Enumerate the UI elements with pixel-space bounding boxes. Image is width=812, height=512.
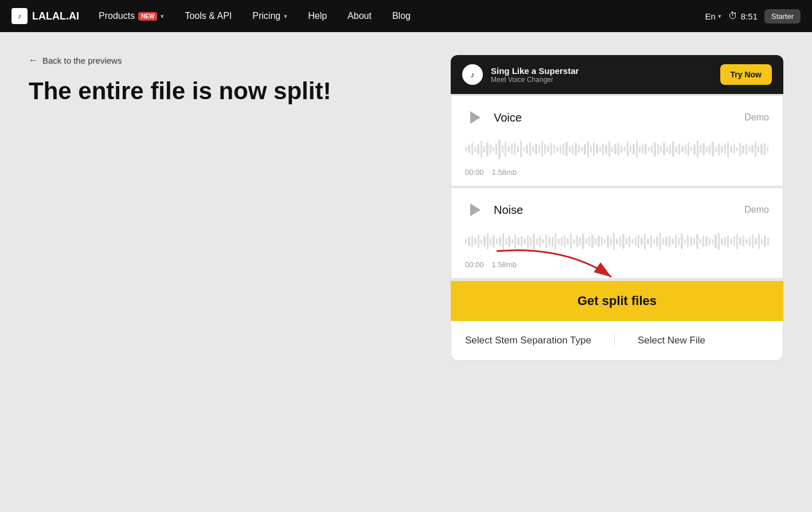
navbar: ♪ LALAL.AI Products NEW ▾ Tools & API Pr… xyxy=(0,0,812,32)
right-panel: ♪ Sing Like a Superstar Meet Voice Chang… xyxy=(451,55,783,489)
nav-starter-badge: Starter xyxy=(764,9,801,24)
voice-waveform xyxy=(465,135,769,163)
promo-text: Sing Like a Superstar Meet Voice Changer xyxy=(491,66,712,84)
voice-track-meta: 00:00 1.58mb xyxy=(465,168,769,177)
promo-subtitle: Meet Voice Changer xyxy=(491,76,712,84)
nav-logo[interactable]: ♪ LALAL.AI xyxy=(11,8,79,24)
page-title: The entire file is now split! xyxy=(29,77,428,105)
nav-label-products: Products xyxy=(99,11,135,21)
logo-text: LALAL.AI xyxy=(32,10,79,22)
actions-divider xyxy=(614,334,615,347)
nav-label-blog: Blog xyxy=(392,11,411,21)
noise-play-button[interactable] xyxy=(465,200,486,220)
chevron-down-icon-pricing: ▾ xyxy=(284,13,287,20)
lang-chevron-icon: ▾ xyxy=(718,13,721,20)
noise-track-name: Noise xyxy=(494,204,523,217)
logo-icon: ♪ xyxy=(11,8,28,24)
noise-time: 00:00 xyxy=(465,260,484,269)
select-new-file-button[interactable]: Select New File xyxy=(638,335,705,346)
get-split-container: Get split files xyxy=(451,280,783,321)
left-panel: ← Back to the previews The entire file i… xyxy=(29,55,428,489)
nav-label-about: About xyxy=(348,11,372,21)
nav-label-help: Help xyxy=(308,11,327,21)
promo-banner: ♪ Sing Like a Superstar Meet Voice Chang… xyxy=(451,55,783,94)
nav-time-value: 8:51 xyxy=(741,11,758,21)
main-content: ← Back to the previews The entire file i… xyxy=(0,32,812,512)
nav-time: ⏱ 8:51 xyxy=(728,11,758,21)
back-link-label: Back to the previews xyxy=(42,56,122,65)
nav-item-products[interactable]: Products NEW ▾ xyxy=(88,0,174,32)
voice-time: 00:00 xyxy=(465,168,484,177)
chevron-down-icon: ▾ xyxy=(161,13,164,20)
nav-label-tools: Tools & API xyxy=(185,11,232,21)
noise-track-meta: 00:00 1.58mb xyxy=(465,260,769,269)
nav-item-tools[interactable]: Tools & API xyxy=(174,0,242,32)
clock-icon: ⏱ xyxy=(728,11,737,21)
voice-track: Voice Demo 00:00 1.58mb xyxy=(451,95,783,186)
nav-item-help[interactable]: Help xyxy=(298,0,337,32)
nav-lang-label: En xyxy=(705,11,715,21)
nav-right: En ▾ ⏱ 8:51 Starter xyxy=(705,9,801,24)
noise-size: 1.58mb xyxy=(492,260,517,269)
voice-demo-label: Demo xyxy=(744,112,769,123)
promo-logo: ♪ xyxy=(462,64,483,85)
noise-track: Noise Demo 00:00 1.58mb xyxy=(451,187,783,279)
try-now-button[interactable]: Try Now xyxy=(720,64,772,85)
play-icon-voice xyxy=(470,111,481,124)
nav-item-blog[interactable]: Blog xyxy=(382,0,421,32)
voice-size: 1.58mb xyxy=(492,168,517,177)
voice-play-button[interactable] xyxy=(465,107,486,128)
promo-title: Sing Like a Superstar xyxy=(491,66,712,76)
nav-label-pricing: Pricing xyxy=(252,11,280,21)
back-link[interactable]: ← Back to the previews xyxy=(29,55,428,65)
nav-item-pricing[interactable]: Pricing ▾ xyxy=(242,0,298,32)
noise-waveform xyxy=(465,227,769,256)
bottom-actions: Select Stem Separation Type Select New F… xyxy=(451,321,783,361)
get-split-button[interactable]: Get split files xyxy=(451,281,783,321)
nav-language-selector[interactable]: En ▾ xyxy=(705,11,721,21)
nav-badge-new: NEW xyxy=(138,12,157,21)
back-arrow-icon: ← xyxy=(29,55,38,65)
nav-item-about[interactable]: About xyxy=(337,0,382,32)
play-icon-noise xyxy=(470,204,481,216)
noise-demo-label: Demo xyxy=(744,205,769,215)
select-stem-type-button[interactable]: Select Stem Separation Type xyxy=(465,335,591,346)
voice-track-name: Voice xyxy=(494,111,522,124)
